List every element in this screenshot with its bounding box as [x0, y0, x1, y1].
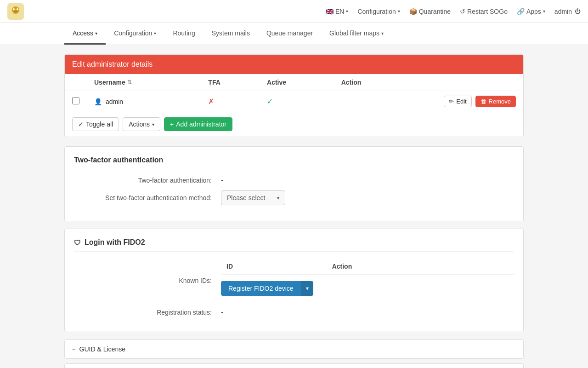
guid-section-title: GUID & License — [79, 345, 125, 353]
th-username: Username ⇅ — [87, 74, 201, 91]
language-dropdown-arrow: ▾ — [346, 9, 348, 14]
admin-label: admin — [554, 8, 572, 15]
configuration-label: Configuration — [357, 8, 396, 15]
apps-arrow: ▾ — [543, 9, 545, 14]
row-checkbox-cell[interactable] — [65, 91, 87, 112]
add-admin-label: Add administrator — [176, 121, 226, 128]
edit-button[interactable]: ✏ Edit — [444, 96, 471, 107]
row-username-cell: 👤 admin — [87, 91, 201, 112]
tab-access[interactable]: Access ▾ — [64, 23, 106, 45]
link-icon: 🔗 — [517, 8, 525, 15]
ids-th-action: Action — [327, 259, 514, 274]
th-checkbox — [65, 74, 87, 91]
set-method-label: Set two-factor authentication method: — [74, 194, 221, 201]
table-row: 👤 admin ✗ ✓ ✏ Edit — [65, 91, 523, 112]
tfa-value: - — [221, 177, 223, 184]
tab-system-mails-label: System mails — [212, 29, 250, 37]
tfa-method-select-container: Please select ▾ — [221, 190, 285, 205]
row-action-cell: ✏ Edit 🗑 Remove — [334, 91, 523, 112]
tab-configuration[interactable]: Configuration ▾ — [106, 23, 164, 45]
checkmark-icon: ✓ — [78, 121, 84, 128]
svg-point-4 — [14, 11, 17, 12]
table-actions-bar: ✓ Toggle all Actions ▾ + Add administrat… — [65, 112, 523, 137]
svg-point-1 — [12, 6, 19, 14]
edit-admin-section: Edit administrator details Username ⇅ TF… — [64, 54, 524, 137]
ids-table: ID Action — [221, 259, 514, 275]
quarantine-label: Quarantine — [419, 8, 451, 15]
pencil-icon: ✏ — [449, 98, 454, 105]
register-fido2-button[interactable]: Register FIDO2 device — [221, 281, 301, 296]
actions-dropdown-button[interactable]: Actions ▾ — [123, 117, 160, 131]
add-administrator-button[interactable]: + Add administrator — [164, 117, 232, 131]
restart-sogo-menu[interactable]: ↺ Restart SOGo — [460, 8, 508, 15]
toggle-all-label: Toggle all — [86, 121, 113, 128]
restart-label: Restart SOGo — [467, 8, 508, 15]
register-fido2-dropdown[interactable]: ▾ — [301, 281, 313, 296]
language-selector[interactable]: 🇬🇧 EN ▾ — [326, 8, 348, 15]
tab-queue-manager-label: Queue manager — [266, 29, 313, 37]
row-checkbox[interactable] — [72, 97, 79, 104]
apps-menu[interactable]: 🔗 Apps ▾ — [517, 8, 545, 15]
select-placeholder: Please select — [227, 194, 265, 201]
tab-access-label: Access — [73, 29, 93, 37]
tab-queue-manager[interactable]: Queue manager — [258, 23, 321, 45]
tab-global-filter-maps-arrow: ▾ — [381, 31, 384, 36]
logo-icon — [7, 3, 24, 20]
configuration-menu[interactable]: Configuration ▾ — [357, 8, 400, 15]
main-content: Edit administrator details Username ⇅ TF… — [0, 45, 588, 368]
api-section[interactable]: + API — [64, 363, 524, 368]
tfa-method-select[interactable]: Please select ▾ — [221, 190, 285, 205]
shield-icon: 🛡 — [74, 239, 81, 247]
tabbar: Access ▾ Configuration ▾ Routing System … — [0, 23, 588, 45]
row-tfa-cell: ✗ — [201, 91, 260, 112]
tab-system-mails[interactable]: System mails — [204, 23, 258, 45]
tfa-section: Two-factor authentication Two-factor aut… — [64, 146, 524, 221]
navbar-left — [7, 3, 24, 20]
known-ids-label: Known IDs: — [74, 277, 221, 284]
table-header-row: Username ⇅ TFA Active Action — [65, 74, 523, 91]
quarantine-menu[interactable]: 📦 Quarantine — [409, 8, 451, 15]
navbar: 🇬🇧 EN ▾ Configuration ▾ 📦 Quarantine ↺ R… — [0, 0, 588, 23]
registration-status-label: Registration status: — [74, 309, 221, 316]
edit-admin-title: Edit administrator details — [72, 60, 153, 68]
flag-icon: 🇬🇧 — [326, 8, 334, 15]
tfa-x-icon: ✗ — [208, 98, 214, 105]
tab-routing-label: Routing — [173, 29, 195, 37]
register-fido2-label: Register FIDO2 device — [228, 285, 294, 292]
tab-configuration-arrow: ▾ — [154, 31, 156, 36]
row-active-cell: ✓ — [260, 91, 334, 112]
tab-access-arrow: ▾ — [95, 31, 97, 36]
admin-table: Username ⇅ TFA Active Action — [65, 74, 523, 112]
sort-icon: ⇅ — [127, 79, 132, 86]
th-active: Active — [260, 74, 334, 91]
fido2-section-title: 🛡 Login with FIDO2 — [74, 238, 514, 252]
tab-global-filter-maps[interactable]: Global filter maps ▾ — [321, 23, 392, 45]
tab-global-filter-maps-label: Global filter maps — [329, 29, 379, 37]
tfa-label: Two-factor authentication: — [74, 177, 221, 184]
restart-icon: ↺ — [460, 8, 465, 15]
fido2-section: 🛡 Login with FIDO2 Known IDs: ID Action — [64, 229, 524, 332]
ids-header-row: ID Action — [221, 259, 514, 274]
tab-configuration-label: Configuration — [114, 29, 152, 37]
edit-admin-header: Edit administrator details — [65, 55, 523, 74]
svg-point-3 — [17, 8, 18, 10]
admin-menu[interactable]: admin ⏻ — [554, 8, 581, 15]
remove-button[interactable]: 🗑 Remove — [475, 96, 516, 107]
registration-status-value: - — [221, 309, 223, 316]
power-icon: ⏻ — [575, 8, 581, 15]
trash-icon: 🗑 — [481, 98, 486, 105]
register-fido2-group: Register FIDO2 device ▾ — [221, 281, 313, 296]
actions-arrow: ▾ — [152, 122, 154, 127]
select-arrow: ▾ — [277, 196, 279, 201]
svg-point-2 — [13, 8, 15, 10]
user-icon: 👤 — [94, 98, 102, 105]
row-username: admin — [106, 98, 123, 105]
registration-status-row: Registration status: - — [74, 309, 514, 316]
remove-label: Remove — [489, 98, 511, 105]
toggle-all-button[interactable]: ✓ Toggle all — [72, 117, 119, 131]
known-ids-row: Known IDs: ID Action Register FIDO2 devi… — [74, 259, 514, 302]
known-ids-content: ID Action Register FIDO2 device ▾ — [221, 259, 514, 302]
guid-section[interactable]: − GUID & License — [64, 339, 524, 359]
tab-routing[interactable]: Routing — [164, 23, 203, 45]
active-check-icon: ✓ — [267, 98, 273, 105]
